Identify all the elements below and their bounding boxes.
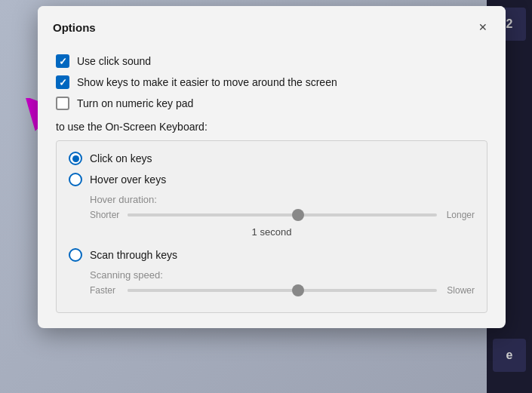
- dialog-overlay: Options ✕ ✓ Use click sound ✓ Show keys …: [38, 6, 506, 328]
- scanning-speed-fill: [128, 289, 298, 292]
- radio-hover-over-keys-input[interactable]: [69, 173, 82, 186]
- checkbox-use-click-sound[interactable]: ✓ Use click sound: [56, 54, 487, 68]
- checkbox-use-click-sound-label: Use click sound: [77, 55, 151, 67]
- options-group: Click on keys Hover over keys Hover dura…: [56, 140, 487, 313]
- checkbox-numeric-keypad-label: Turn on numeric key pad: [77, 97, 193, 109]
- faster-label: Faster: [90, 285, 120, 296]
- scanning-speed-section: Scanning speed: Faster Slower: [90, 269, 475, 296]
- scanning-speed-track: [128, 289, 437, 292]
- radio-click-on-keys[interactable]: Click on keys: [69, 152, 475, 165]
- hover-duration-thumb[interactable]: [292, 209, 304, 221]
- one-second-label: 1 second: [69, 226, 475, 238]
- dialog-titlebar: Options ✕: [38, 6, 506, 45]
- checkbox-numeric-keypad-input[interactable]: [56, 97, 69, 110]
- checkbox-show-keys[interactable]: ✓ Show keys to make it easier to move ar…: [56, 75, 487, 89]
- radio-scan-through-keys[interactable]: Scan through keys: [69, 248, 475, 262]
- hover-duration-label: Hover duration:: [90, 194, 475, 205]
- dialog-title: Options: [53, 21, 96, 34]
- radio-scan-through-keys-label: Scan through keys: [90, 249, 177, 261]
- options-dialog: Options ✕ ✓ Use click sound ✓ Show keys …: [38, 6, 506, 328]
- radio-click-on-keys-dot: [72, 155, 79, 162]
- hover-duration-fill: [128, 213, 298, 216]
- hover-duration-slider-row: Shorter Longer: [90, 210, 475, 220]
- section-label: to use the On-Screen Keyboard:: [56, 121, 487, 133]
- radio-scan-through-keys-input[interactable]: [69, 248, 82, 262]
- checkbox-show-keys-input[interactable]: ✓: [56, 75, 69, 89]
- slower-label: Slower: [444, 285, 475, 296]
- scanning-speed-label: Scanning speed:: [90, 269, 475, 281]
- checkbox-numeric-keypad[interactable]: Turn on numeric key pad: [56, 97, 487, 110]
- radio-click-on-keys-label: Click on keys: [90, 152, 152, 164]
- hover-duration-section: Hover duration: Shorter Longer: [90, 194, 475, 220]
- scanning-speed-thumb[interactable]: [292, 284, 304, 296]
- shorter-label: Shorter: [90, 210, 120, 220]
- checkbox-show-keys-label: Show keys to make it easier to move arou…: [77, 76, 337, 88]
- panel-item-e: e: [493, 339, 526, 372]
- dialog-body: ✓ Use click sound ✓ Show keys to make it…: [38, 45, 506, 328]
- radio-hover-over-keys[interactable]: Hover over keys: [69, 173, 475, 186]
- hover-duration-track: [128, 213, 437, 216]
- longer-label: Longer: [444, 210, 475, 220]
- close-button[interactable]: ✕: [472, 17, 494, 38]
- radio-hover-over-keys-label: Hover over keys: [90, 173, 166, 186]
- scan-section: Scan through keys Scanning speed: Faster…: [69, 248, 475, 296]
- radio-click-on-keys-input[interactable]: [69, 152, 82, 165]
- checkbox-use-click-sound-input[interactable]: ✓: [56, 54, 69, 68]
- scanning-speed-slider-row: Faster Slower: [90, 285, 475, 296]
